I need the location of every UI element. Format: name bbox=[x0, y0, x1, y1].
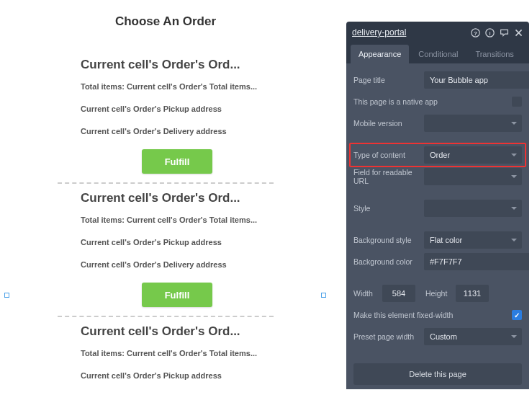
label-native-app: This page is a native app bbox=[353, 97, 512, 106]
label-type-of-content: Type of content bbox=[353, 151, 424, 159]
row-dimensions: Width Height bbox=[353, 284, 522, 303]
tab-appearance[interactable]: Appearance bbox=[351, 45, 409, 63]
input-bg-color-hex[interactable] bbox=[424, 253, 529, 270]
label-fixed-width: Make this element fixed-width bbox=[353, 311, 512, 319]
label-page-title: Page title bbox=[353, 76, 424, 84]
page-heading: Choose An Order bbox=[0, 14, 331, 29]
row-type-of-content: Type of content Order bbox=[353, 146, 522, 164]
fulfill-button[interactable]: Fulfill bbox=[142, 283, 212, 307]
row-bg-color: Background color bbox=[353, 252, 522, 271]
input-width[interactable] bbox=[382, 285, 415, 302]
order-heading: Current cell's Order's Ord... bbox=[81, 324, 274, 339]
repeating-group: Current cell's Order's Ord... Total item… bbox=[0, 50, 331, 395]
selection-handle-right[interactable] bbox=[321, 293, 326, 298]
tab-transitions[interactable]: Transitions bbox=[467, 45, 521, 63]
order-cell[interactable]: Current cell's Order's Ord... Total item… bbox=[0, 317, 331, 395]
input-page-title[interactable] bbox=[424, 71, 529, 89]
order-pickup-address: Current cell's Order's Pickup address bbox=[81, 371, 274, 380]
comment-icon[interactable] bbox=[500, 28, 509, 37]
selection-handle-left[interactable] bbox=[4, 293, 9, 298]
row-native-app: This page is a native app bbox=[353, 92, 522, 111]
dropdown-type-of-content[interactable]: Order bbox=[424, 146, 522, 164]
row-preset-width: Preset page width Custom bbox=[353, 327, 522, 346]
tab-conditional[interactable]: Conditional bbox=[410, 45, 466, 63]
panel-tabs: Appearance Conditional Transitions bbox=[346, 43, 529, 63]
svg-text:?: ? bbox=[474, 30, 477, 36]
order-pickup-address: Current cell's Order's Pickup address bbox=[81, 238, 274, 247]
row-bg-style: Background style Flat color bbox=[353, 231, 522, 249]
dropdown-mobile-version[interactable] bbox=[424, 115, 522, 132]
dropdown-readable-url[interactable] bbox=[424, 168, 522, 185]
help-icon[interactable]: ? bbox=[471, 28, 480, 37]
order-delivery-address: Current cell's Order's Delivery address bbox=[81, 127, 274, 136]
info-icon[interactable]: i bbox=[485, 28, 495, 37]
row-page-title: Page title bbox=[353, 71, 522, 89]
panel-header[interactable]: delivery-portal ? i bbox=[346, 22, 529, 43]
dropdown-bg-style[interactable]: Flat color bbox=[424, 231, 522, 249]
panel-body: Page title This page is a native app Mob… bbox=[346, 63, 529, 389]
editor-canvas: Choose An Order Current cell's Order's O… bbox=[0, 0, 331, 395]
order-delivery-address: Current cell's Order's Delivery address bbox=[81, 260, 274, 269]
label-width: Width bbox=[353, 289, 382, 298]
label-bg-color: Background color bbox=[353, 257, 424, 266]
order-pickup-address: Current cell's Order's Pickup address bbox=[81, 105, 274, 113]
dropdown-preset-width[interactable]: Custom bbox=[424, 328, 522, 345]
label-bg-style: Background style bbox=[353, 236, 424, 244]
delete-page-button[interactable]: Delete this page bbox=[353, 363, 522, 385]
label-height: Height bbox=[425, 289, 456, 298]
panel-element-name[interactable]: delivery-portal bbox=[352, 27, 471, 37]
label-readable-url: Field for readable URL bbox=[353, 168, 424, 185]
row-fixed-width: Make this element fixed-width bbox=[353, 306, 522, 324]
fulfill-button[interactable]: Fulfill bbox=[142, 149, 212, 174]
order-cell[interactable]: Current cell's Order's Ord... Total item… bbox=[0, 184, 331, 316]
order-total-items: Total items: Current cell's Order's Tota… bbox=[81, 216, 274, 224]
close-icon[interactable] bbox=[514, 28, 523, 37]
property-editor-panel: delivery-portal ? i Appearance Condition… bbox=[346, 22, 529, 389]
checkbox-fixed-width[interactable] bbox=[512, 310, 522, 320]
order-heading: Current cell's Order's Ord... bbox=[81, 191, 274, 205]
order-heading: Current cell's Order's Ord... bbox=[81, 58, 274, 72]
input-height[interactable] bbox=[456, 285, 489, 302]
row-style: Style bbox=[353, 199, 522, 218]
dropdown-style[interactable] bbox=[424, 200, 522, 217]
row-readable-url: Field for readable URL bbox=[353, 167, 522, 186]
order-total-items: Total items: Current cell's Order's Tota… bbox=[81, 349, 274, 358]
label-mobile-version: Mobile version bbox=[353, 119, 424, 128]
svg-text:i: i bbox=[489, 30, 490, 36]
checkbox-native-app[interactable] bbox=[512, 97, 522, 107]
order-cell[interactable]: Current cell's Order's Ord... Total item… bbox=[0, 50, 331, 182]
row-mobile-version: Mobile version bbox=[353, 114, 522, 133]
order-total-items: Total items: Current cell's Order's Tota… bbox=[81, 82, 274, 91]
label-preset-width: Preset page width bbox=[353, 332, 424, 341]
label-style: Style bbox=[353, 204, 424, 213]
